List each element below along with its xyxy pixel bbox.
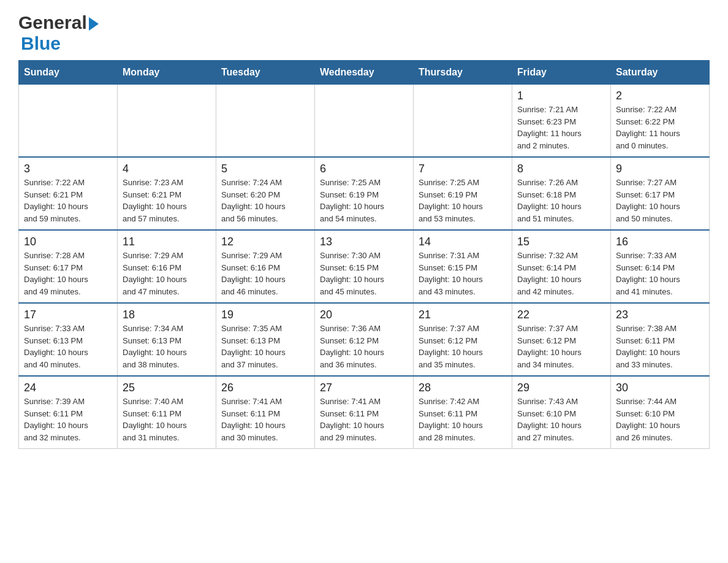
- calendar-cell: 18Sunrise: 7:34 AMSunset: 6:13 PMDayligh…: [118, 303, 216, 376]
- calendar-table: SundayMondayTuesdayWednesdayThursdayFrid…: [18, 60, 710, 449]
- day-info: Sunrise: 7:25 AMSunset: 6:19 PMDaylight:…: [320, 177, 408, 224]
- day-number: 7: [419, 163, 507, 175]
- calendar-week-row: 1Sunrise: 7:21 AMSunset: 6:23 PMDaylight…: [19, 85, 710, 158]
- day-info: Sunrise: 7:30 AMSunset: 6:15 PMDaylight:…: [320, 250, 408, 297]
- day-number: 27: [320, 381, 408, 394]
- day-number: 5: [221, 163, 309, 175]
- calendar-cell: [19, 85, 118, 158]
- calendar-cell: 11Sunrise: 7:29 AMSunset: 6:16 PMDayligh…: [118, 230, 216, 303]
- calendar-header-saturday: Saturday: [611, 61, 710, 85]
- calendar-cell: [118, 85, 216, 158]
- calendar-cell: 20Sunrise: 7:36 AMSunset: 6:12 PMDayligh…: [315, 303, 414, 376]
- day-number: 24: [24, 381, 112, 394]
- logo-general-text: General: [18, 12, 87, 33]
- calendar-cell: 13Sunrise: 7:30 AMSunset: 6:15 PMDayligh…: [315, 230, 414, 303]
- day-number: 3: [24, 163, 112, 175]
- day-number: 13: [320, 236, 408, 248]
- day-number: 1: [517, 90, 605, 102]
- day-number: 17: [24, 308, 112, 321]
- calendar-cell: 21Sunrise: 7:37 AMSunset: 6:12 PMDayligh…: [414, 303, 512, 376]
- day-info: Sunrise: 7:41 AMSunset: 6:11 PMDaylight:…: [320, 396, 408, 443]
- day-info: Sunrise: 7:37 AMSunset: 6:12 PMDaylight:…: [419, 323, 507, 370]
- calendar-header-tuesday: Tuesday: [216, 61, 315, 85]
- calendar-cell: 7Sunrise: 7:25 AMSunset: 6:19 PMDaylight…: [414, 157, 512, 230]
- day-info: Sunrise: 7:44 AMSunset: 6:10 PMDaylight:…: [616, 396, 704, 443]
- calendar-cell: 14Sunrise: 7:31 AMSunset: 6:15 PMDayligh…: [414, 230, 512, 303]
- day-info: Sunrise: 7:24 AMSunset: 6:20 PMDaylight:…: [221, 177, 309, 224]
- calendar-cell: 9Sunrise: 7:27 AMSunset: 6:17 PMDaylight…: [611, 157, 710, 230]
- day-info: Sunrise: 7:26 AMSunset: 6:18 PMDaylight:…: [517, 177, 605, 224]
- logo-blue-text: Blue: [21, 33, 61, 54]
- calendar-cell: 16Sunrise: 7:33 AMSunset: 6:14 PMDayligh…: [611, 230, 710, 303]
- day-number: 29: [517, 381, 605, 394]
- calendar-cell: 5Sunrise: 7:24 AMSunset: 6:20 PMDaylight…: [216, 157, 315, 230]
- day-number: 8: [517, 163, 605, 175]
- day-number: 15: [517, 236, 605, 248]
- day-number: 23: [616, 308, 704, 321]
- day-number: 20: [320, 308, 408, 321]
- day-number: 12: [221, 236, 309, 248]
- logo: GeneralBlue: [18, 12, 99, 54]
- day-number: 22: [517, 308, 605, 321]
- day-number: 25: [123, 381, 211, 394]
- day-number: 14: [419, 236, 507, 248]
- day-number: 2: [616, 90, 704, 102]
- calendar-cell: 12Sunrise: 7:29 AMSunset: 6:16 PMDayligh…: [216, 230, 315, 303]
- calendar-cell: 17Sunrise: 7:33 AMSunset: 6:13 PMDayligh…: [19, 303, 118, 376]
- day-number: 26: [221, 381, 309, 394]
- day-info: Sunrise: 7:21 AMSunset: 6:23 PMDaylight:…: [517, 104, 605, 151]
- calendar-cell: 6Sunrise: 7:25 AMSunset: 6:19 PMDaylight…: [315, 157, 414, 230]
- day-info: Sunrise: 7:25 AMSunset: 6:19 PMDaylight:…: [419, 177, 507, 224]
- calendar-cell: [414, 85, 512, 158]
- day-info: Sunrise: 7:32 AMSunset: 6:14 PMDaylight:…: [517, 250, 605, 297]
- calendar-cell: 2Sunrise: 7:22 AMSunset: 6:22 PMDaylight…: [611, 85, 710, 158]
- page-header: GeneralBlue: [18, 12, 710, 54]
- calendar-cell: [216, 85, 315, 158]
- calendar-cell: 4Sunrise: 7:23 AMSunset: 6:21 PMDaylight…: [118, 157, 216, 230]
- day-number: 11: [123, 236, 211, 248]
- day-info: Sunrise: 7:29 AMSunset: 6:16 PMDaylight:…: [123, 250, 211, 297]
- day-info: Sunrise: 7:34 AMSunset: 6:13 PMDaylight:…: [123, 323, 211, 370]
- calendar-week-row: 24Sunrise: 7:39 AMSunset: 6:11 PMDayligh…: [19, 376, 710, 449]
- day-number: 21: [419, 308, 507, 321]
- day-number: 10: [24, 236, 112, 248]
- day-number: 9: [616, 163, 704, 175]
- calendar-cell: 25Sunrise: 7:40 AMSunset: 6:11 PMDayligh…: [118, 376, 216, 449]
- day-number: 4: [123, 163, 211, 175]
- calendar-cell: 26Sunrise: 7:41 AMSunset: 6:11 PMDayligh…: [216, 376, 315, 449]
- calendar-cell: [315, 85, 414, 158]
- calendar-cell: 23Sunrise: 7:38 AMSunset: 6:11 PMDayligh…: [611, 303, 710, 376]
- day-info: Sunrise: 7:38 AMSunset: 6:11 PMDaylight:…: [616, 323, 704, 370]
- calendar-cell: 24Sunrise: 7:39 AMSunset: 6:11 PMDayligh…: [19, 376, 118, 449]
- day-number: 28: [419, 381, 507, 394]
- day-info: Sunrise: 7:40 AMSunset: 6:11 PMDaylight:…: [123, 396, 211, 443]
- day-info: Sunrise: 7:37 AMSunset: 6:12 PMDaylight:…: [517, 323, 605, 370]
- day-info: Sunrise: 7:39 AMSunset: 6:11 PMDaylight:…: [24, 396, 112, 443]
- calendar-header-row: SundayMondayTuesdayWednesdayThursdayFrid…: [19, 61, 710, 85]
- calendar-week-row: 3Sunrise: 7:22 AMSunset: 6:21 PMDaylight…: [19, 157, 710, 230]
- calendar-cell: 10Sunrise: 7:28 AMSunset: 6:17 PMDayligh…: [19, 230, 118, 303]
- day-number: 6: [320, 163, 408, 175]
- calendar-week-row: 17Sunrise: 7:33 AMSunset: 6:13 PMDayligh…: [19, 303, 710, 376]
- calendar-header-thursday: Thursday: [414, 61, 512, 85]
- calendar-cell: 30Sunrise: 7:44 AMSunset: 6:10 PMDayligh…: [611, 376, 710, 449]
- day-info: Sunrise: 7:42 AMSunset: 6:11 PMDaylight:…: [419, 396, 507, 443]
- day-info: Sunrise: 7:28 AMSunset: 6:17 PMDaylight:…: [24, 250, 112, 297]
- day-number: 18: [123, 308, 211, 321]
- day-info: Sunrise: 7:31 AMSunset: 6:15 PMDaylight:…: [419, 250, 507, 297]
- day-number: 19: [221, 308, 309, 321]
- calendar-cell: 27Sunrise: 7:41 AMSunset: 6:11 PMDayligh…: [315, 376, 414, 449]
- logo-triangle-icon: [89, 17, 99, 31]
- calendar-cell: 1Sunrise: 7:21 AMSunset: 6:23 PMDaylight…: [512, 85, 611, 158]
- calendar-header-monday: Monday: [118, 61, 216, 85]
- day-info: Sunrise: 7:35 AMSunset: 6:13 PMDaylight:…: [221, 323, 309, 370]
- calendar-cell: 29Sunrise: 7:43 AMSunset: 6:10 PMDayligh…: [512, 376, 611, 449]
- day-info: Sunrise: 7:22 AMSunset: 6:22 PMDaylight:…: [616, 104, 704, 151]
- calendar-cell: 19Sunrise: 7:35 AMSunset: 6:13 PMDayligh…: [216, 303, 315, 376]
- day-info: Sunrise: 7:22 AMSunset: 6:21 PMDaylight:…: [24, 177, 112, 224]
- day-info: Sunrise: 7:33 AMSunset: 6:13 PMDaylight:…: [24, 323, 112, 370]
- day-number: 16: [616, 236, 704, 248]
- calendar-header-sunday: Sunday: [19, 61, 118, 85]
- day-info: Sunrise: 7:43 AMSunset: 6:10 PMDaylight:…: [517, 396, 605, 443]
- day-info: Sunrise: 7:33 AMSunset: 6:14 PMDaylight:…: [616, 250, 704, 297]
